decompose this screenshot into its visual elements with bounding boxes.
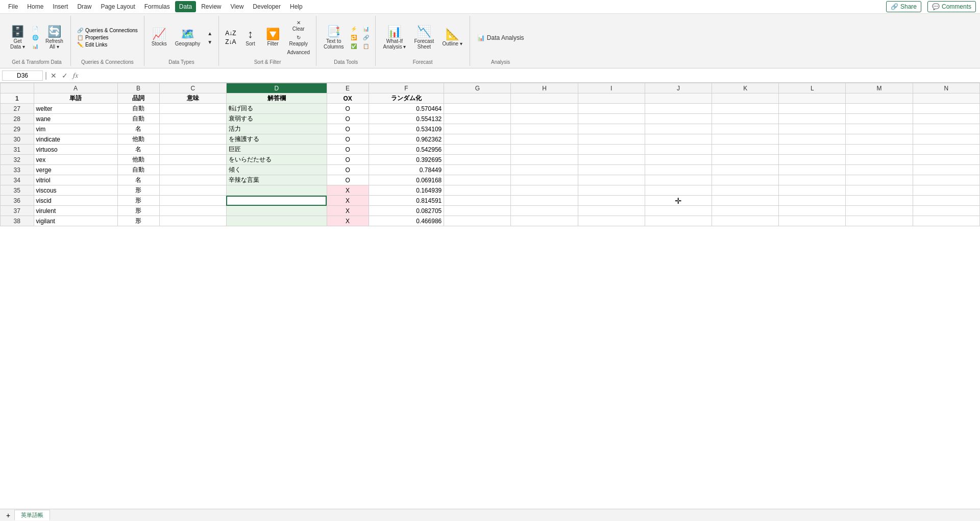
cell-E35[interactable]: X	[327, 185, 369, 196]
cell-C1[interactable]: 意味	[159, 93, 226, 104]
cell-B37[interactable]: 形	[117, 206, 159, 216]
cell-C29[interactable]	[159, 124, 226, 134]
cell-F27[interactable]: 0.570464	[369, 104, 444, 114]
cell-F1[interactable]: ランダム化	[369, 93, 444, 104]
cell-G37[interactable]	[444, 206, 511, 216]
cell-C38[interactable]	[159, 216, 226, 226]
cell-G34[interactable]	[444, 175, 511, 185]
cell-L1[interactable]	[779, 93, 846, 104]
filter-button[interactable]: 🔽 Filter	[263, 27, 283, 48]
cell-J30[interactable]	[645, 134, 712, 145]
cell-J34[interactable]	[645, 175, 712, 185]
confirm-formula-icon[interactable]: ✓	[60, 71, 69, 80]
col-header-C[interactable]: C	[159, 83, 226, 93]
cell-N37[interactable]	[913, 206, 979, 216]
cell-F33[interactable]: 0.78449	[369, 165, 444, 175]
cell-G30[interactable]	[444, 134, 511, 145]
cell-B28[interactable]: 自動	[117, 114, 159, 124]
cell-C31[interactable]	[159, 145, 226, 155]
cell-H38[interactable]	[511, 216, 578, 226]
cell-D27[interactable]: 転げ回る	[226, 104, 327, 114]
data-type-down[interactable]: ▼	[205, 38, 214, 46]
menu-file[interactable]: File	[4, 1, 22, 12]
col-header-B[interactable]: B	[117, 83, 159, 93]
cell-H30[interactable]	[511, 134, 578, 145]
cell-J32[interactable]	[645, 155, 712, 165]
relationships-button[interactable]: 🔗	[361, 34, 371, 41]
edit-links-button[interactable]: ✏️ Edit Links	[75, 41, 140, 48]
manage-data-button[interactable]: 📋	[361, 42, 371, 50]
cell-I36[interactable]	[578, 196, 645, 206]
cell-K33[interactable]	[712, 165, 779, 175]
stocks-button[interactable]: 📈 Stocks	[149, 27, 170, 48]
cell-M35[interactable]	[846, 185, 913, 196]
cell-C27[interactable]	[159, 104, 226, 114]
cell-B30[interactable]: 他動	[117, 134, 159, 145]
cell-I30[interactable]	[578, 134, 645, 145]
cell-F34[interactable]: 0.069168	[369, 175, 444, 185]
row-header-30[interactable]: 30	[1, 134, 34, 145]
cell-I33[interactable]	[578, 165, 645, 175]
cell-L37[interactable]	[779, 206, 846, 216]
cell-H35[interactable]	[511, 185, 578, 196]
row-header-37[interactable]: 37	[1, 206, 34, 216]
cell-E32[interactable]: O	[327, 155, 369, 165]
cell-D36[interactable]	[226, 196, 327, 206]
cell-A37[interactable]: virulent	[34, 206, 117, 216]
data-type-up[interactable]: ▲	[205, 30, 214, 37]
col-header-K[interactable]: K	[712, 83, 779, 93]
formula-input[interactable]	[82, 71, 978, 80]
cell-K37[interactable]	[712, 206, 779, 216]
cell-N36[interactable]	[913, 196, 979, 206]
queries-connections-button[interactable]: 🔗 Queries & Connections	[75, 27, 140, 34]
menu-help[interactable]: Help	[286, 1, 307, 12]
cell-L32[interactable]	[779, 155, 846, 165]
cell-G27[interactable]	[444, 104, 511, 114]
cell-E29[interactable]: O	[327, 124, 369, 134]
cell-M38[interactable]	[846, 216, 913, 226]
cell-M29[interactable]	[846, 124, 913, 134]
cell-C28[interactable]	[159, 114, 226, 124]
cell-D35[interactable]	[226, 185, 327, 196]
cell-C35[interactable]	[159, 185, 226, 196]
from-table-button[interactable]: 📊	[30, 42, 40, 50]
cell-K1[interactable]	[712, 93, 779, 104]
cell-A31[interactable]: virtuoso	[34, 145, 117, 155]
menu-page-layout[interactable]: Page Layout	[96, 1, 139, 12]
cell-H36[interactable]	[511, 196, 578, 206]
cell-H29[interactable]	[511, 124, 578, 134]
cell-L27[interactable]	[779, 104, 846, 114]
cell-L30[interactable]	[779, 134, 846, 145]
cell-J33[interactable]	[645, 165, 712, 175]
cell-G35[interactable]	[444, 185, 511, 196]
cell-J37[interactable]	[645, 206, 712, 216]
cell-K29[interactable]	[712, 124, 779, 134]
cell-B31[interactable]: 名	[117, 145, 159, 155]
cell-J38[interactable]	[645, 216, 712, 226]
get-data-button[interactable]: 🗄️ GetData ▾	[7, 25, 28, 51]
cell-D34[interactable]: 辛辣な言葉	[226, 175, 327, 185]
cell-A34[interactable]: vitriol	[34, 175, 117, 185]
cell-N31[interactable]	[913, 145, 979, 155]
cell-H31[interactable]	[511, 145, 578, 155]
cell-H32[interactable]	[511, 155, 578, 165]
cell-I37[interactable]	[578, 206, 645, 216]
cell-D33[interactable]: 傾く	[226, 165, 327, 175]
cell-A1[interactable]: 単語	[34, 93, 117, 104]
menu-developer[interactable]: Developer	[249, 1, 285, 12]
cell-D1[interactable]: 解答欄	[226, 93, 327, 104]
cell-E36[interactable]: X	[327, 196, 369, 206]
cell-N32[interactable]	[913, 155, 979, 165]
data-validation-button[interactable]: ✅	[349, 42, 359, 50]
cell-M27[interactable]	[846, 104, 913, 114]
cell-N30[interactable]	[913, 134, 979, 145]
cell-K27[interactable]	[712, 104, 779, 114]
cell-B36[interactable]: 形	[117, 196, 159, 206]
cell-A28[interactable]: wane	[34, 114, 117, 124]
cell-M33[interactable]	[846, 165, 913, 175]
col-header-F[interactable]: F	[369, 83, 444, 93]
cell-G1[interactable]	[444, 93, 511, 104]
cell-A33[interactable]: verge	[34, 165, 117, 175]
cell-J27[interactable]	[645, 104, 712, 114]
row-header-1[interactable]: 1	[1, 93, 34, 104]
